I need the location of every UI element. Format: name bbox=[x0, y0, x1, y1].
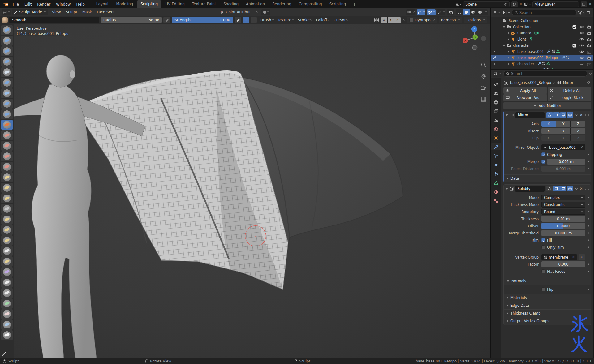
viewport-visibility-icon[interactable] bbox=[579, 31, 585, 35]
zoom-tool-icon[interactable] bbox=[480, 61, 487, 69]
scene-icon[interactable] bbox=[455, 2, 461, 6]
expand-icon[interactable] bbox=[507, 32, 510, 34]
tool-draw-face-sets[interactable] bbox=[1, 298, 13, 309]
tool-pinch[interactable] bbox=[1, 162, 13, 172]
outliner-row-character[interactable]: character bbox=[491, 42, 593, 49]
rim-fill-checkbox[interactable] bbox=[541, 238, 545, 242]
collapse-icon[interactable] bbox=[502, 45, 506, 46]
outliner-item-label[interactable]: Camera bbox=[517, 31, 531, 35]
properties-tab-tool[interactable] bbox=[491, 81, 501, 88]
tool-clay-strips[interactable] bbox=[1, 57, 13, 67]
tab-modeling[interactable]: Modeling bbox=[113, 0, 137, 8]
mirror-modifier-header[interactable]: Mirror ✕ bbox=[504, 111, 591, 119]
show-in-editmode-toggle[interactable] bbox=[553, 186, 560, 191]
menu-edit[interactable]: Edit bbox=[22, 1, 34, 7]
add-modifier-button[interactable]: Add Modifier bbox=[503, 102, 591, 109]
tool-simplify[interactable] bbox=[1, 277, 13, 288]
remove-modifier-icon[interactable]: ✕ bbox=[579, 113, 584, 117]
outliner-row-collection[interactable]: Collection bbox=[491, 24, 593, 30]
mode-selector[interactable]: Sculpt Mode bbox=[12, 9, 48, 15]
axis-z-toggle[interactable]: Z bbox=[571, 121, 585, 127]
tab-layout[interactable]: Layout bbox=[93, 0, 113, 8]
tool-clay-thumb[interactable] bbox=[1, 67, 13, 77]
tool-multi-plane-scrape[interactable] bbox=[1, 151, 13, 161]
tool-slide-relax[interactable] bbox=[1, 246, 13, 256]
modifier-extras-icon[interactable] bbox=[575, 113, 578, 116]
color-attribute-selector[interactable]: Color Attribut... bbox=[220, 9, 270, 15]
apply-all-button[interactable]: Apply All bbox=[503, 87, 547, 94]
editor-type-button[interactable] bbox=[2, 9, 11, 15]
bisect-distance-field[interactable]: 0.001 m bbox=[541, 166, 585, 172]
expand-icon[interactable] bbox=[507, 38, 510, 41]
properties-tab-constraints[interactable] bbox=[491, 170, 501, 177]
outliner-row-character[interactable]: character bbox=[491, 61, 593, 67]
radius-slider[interactable]: Radius 38 px bbox=[101, 17, 162, 23]
new-collection-button[interactable] bbox=[585, 10, 592, 16]
flat-faces-checkbox[interactable] bbox=[541, 269, 545, 273]
outliner-item-label[interactable]: terran_male bbox=[517, 68, 539, 69]
boundary-dropdown[interactable]: Round bbox=[541, 209, 585, 215]
merge-checkbox[interactable] bbox=[541, 160, 545, 164]
axis-x-toggle[interactable]: X bbox=[541, 121, 556, 127]
render-visibility-disabled-icon[interactable] bbox=[586, 62, 592, 66]
tool-nudge[interactable] bbox=[1, 225, 13, 235]
panel-dropdown-falloff[interactable]: Falloff bbox=[314, 18, 331, 22]
render-visibility-icon[interactable] bbox=[586, 56, 592, 60]
symmetry-y-toggle[interactable]: Y bbox=[388, 17, 394, 23]
breadcrumb-modifier[interactable]: Mirror bbox=[563, 80, 573, 85]
drag-handle[interactable] bbox=[585, 114, 589, 116]
selectable-checkbox-icon[interactable] bbox=[571, 25, 577, 29]
brush-add-button[interactable]: + bbox=[243, 17, 249, 23]
tab-scripting[interactable]: Scripting bbox=[326, 0, 350, 8]
scene-selector[interactable]: Scene bbox=[463, 1, 510, 7]
tool-draw[interactable] bbox=[1, 25, 13, 35]
tool-snake-hook[interactable] bbox=[1, 193, 13, 203]
delete-all-button[interactable]: Delete All bbox=[548, 87, 591, 94]
show-on-cage-toggle[interactable] bbox=[546, 112, 553, 118]
menu-window[interactable]: Window bbox=[53, 1, 73, 7]
flip-z-toggle[interactable]: Z bbox=[571, 135, 585, 141]
tool-grab[interactable] bbox=[1, 172, 13, 182]
render-visibility-icon[interactable] bbox=[586, 37, 592, 41]
outliner-item-label[interactable]: Scene Collection bbox=[509, 19, 538, 23]
annotation-tool-button[interactable] bbox=[437, 9, 446, 15]
tool-flatten[interactable] bbox=[1, 130, 13, 140]
modifier-name-field[interactable]: Mirror bbox=[515, 112, 545, 118]
collapse-icon[interactable] bbox=[506, 114, 508, 116]
mode-dropdown[interactable]: Complex bbox=[541, 195, 585, 200]
viewport-visibility-icon[interactable] bbox=[579, 56, 585, 60]
tool-clay[interactable] bbox=[1, 46, 13, 56]
remove-modifier-icon[interactable]: ✕ bbox=[579, 186, 583, 191]
properties-options-icon[interactable] bbox=[589, 72, 592, 74]
symmetry-dropdown-icon[interactable] bbox=[403, 19, 405, 20]
tab-shading[interactable]: Shading bbox=[220, 0, 242, 8]
outliner-filter-mode-button[interactable] bbox=[502, 10, 510, 15]
outliner-row-terran-male[interactable]: terran_male bbox=[491, 67, 593, 69]
only-rim-checkbox[interactable] bbox=[541, 245, 545, 249]
merge-threshold-field[interactable]: 0.0001 m bbox=[541, 230, 585, 236]
bisect-z-toggle[interactable]: Z bbox=[571, 128, 585, 134]
viewport-vis-button[interactable]: Viewport Vis bbox=[503, 94, 547, 101]
brush-subtract-button[interactable]: − bbox=[251, 17, 257, 23]
expand-icon[interactable] bbox=[507, 63, 510, 65]
tool-rotate[interactable] bbox=[1, 235, 13, 246]
properties-tab-physics[interactable] bbox=[491, 161, 501, 168]
dyntopo-checkbox[interactable] bbox=[409, 18, 413, 22]
menu-render[interactable]: Render bbox=[34, 1, 53, 7]
strength-pressure-button[interactable] bbox=[235, 17, 241, 23]
outliner-display-mode-button[interactable] bbox=[493, 10, 501, 15]
properties-search-input[interactable] bbox=[511, 71, 584, 76]
materials-subpanel[interactable]: Materials bbox=[504, 294, 591, 302]
tool-mask[interactable] bbox=[1, 288, 13, 298]
flip-x-toggle[interactable]: X bbox=[541, 135, 556, 141]
properties-tab-data[interactable] bbox=[491, 179, 501, 186]
tool-draw-sharp[interactable] bbox=[1, 36, 13, 46]
outliner-row-base-base-001-retopo[interactable]: base_base.001_Retopo bbox=[491, 55, 593, 61]
viewport-menu-view[interactable]: View bbox=[50, 9, 63, 15]
invert-vertex-group-button[interactable]: ⇿ bbox=[579, 254, 585, 260]
expand-icon[interactable] bbox=[507, 50, 510, 53]
panel-dropdown-cursor[interactable]: Cursor bbox=[331, 18, 350, 22]
properties-search[interactable] bbox=[503, 71, 587, 77]
navigation-gizmo[interactable]: Z Y X bbox=[461, 25, 487, 51]
viewport-visibility-closed-icon[interactable] bbox=[579, 62, 585, 66]
